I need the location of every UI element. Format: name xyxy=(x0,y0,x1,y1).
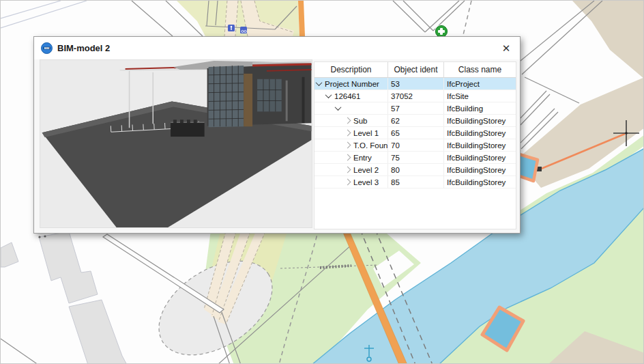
column-header-class-name[interactable]: Class name xyxy=(444,62,516,77)
pedestrian-sign-icon xyxy=(228,25,235,31)
table-body: Project Number 53 IfcProject 126461 3705… xyxy=(314,78,516,188)
table-row[interactable]: 57 IfcBuilding xyxy=(314,102,516,115)
table-row[interactable]: Project Number 53 IfcProject xyxy=(314,78,516,90)
chevron-down-icon[interactable] xyxy=(335,104,342,111)
row-description: Project Number xyxy=(325,80,379,88)
row-class-name: IfcProject xyxy=(444,78,516,89)
row-object-ident: 75 xyxy=(388,152,444,163)
row-class-name: IfcBuildingStorey xyxy=(444,127,516,139)
row-class-name: IfcBuilding xyxy=(444,102,516,114)
close-button[interactable]: ✕ xyxy=(493,37,520,59)
model-podium xyxy=(171,122,205,137)
row-class-name: IfcBuildingStorey xyxy=(444,164,516,176)
row-class-name: IfcBuildingStorey xyxy=(444,176,516,188)
model-3d-render xyxy=(40,60,312,227)
chevron-right-icon[interactable] xyxy=(345,179,351,186)
ifc-tree-table: Description Object ident Class name Proj… xyxy=(314,61,516,229)
chevron-right-icon[interactable] xyxy=(345,142,351,149)
row-description: Entry xyxy=(353,154,372,162)
row-class-name: IfcBuildingStorey xyxy=(444,115,516,126)
column-header-object-ident[interactable]: Object ident xyxy=(388,62,444,77)
table-row[interactable]: Sub 62 IfcBuildingStorey xyxy=(314,115,516,127)
row-object-ident: 85 xyxy=(388,176,444,188)
row-description: Level 3 xyxy=(353,178,379,186)
row-object-ident: 57 xyxy=(388,102,444,114)
row-description: Sub xyxy=(353,117,367,125)
row-object-ident: 80 xyxy=(388,164,444,176)
svg-text:BIM: BIM xyxy=(44,46,50,50)
table-row[interactable]: Level 1 65 IfcBuildingStorey xyxy=(314,127,516,139)
row-class-name: IfcBuildingStorey xyxy=(444,139,516,151)
row-object-ident: 62 xyxy=(388,115,444,126)
dialog-titlebar[interactable]: BIM BIM-model 2 ✕ xyxy=(34,37,520,59)
table-row[interactable]: Entry 75 IfcBuildingStorey xyxy=(314,152,516,164)
column-header-description[interactable]: Description xyxy=(314,62,388,77)
dialog-title: BIM-model 2 xyxy=(57,43,110,53)
row-object-ident: 37052 xyxy=(388,90,444,102)
row-description: Level 1 xyxy=(353,129,379,137)
bicycle-sign-icon xyxy=(240,27,247,33)
chevron-down-icon[interactable] xyxy=(325,92,332,98)
chevron-right-icon[interactable] xyxy=(345,167,351,173)
chevron-right-icon[interactable] xyxy=(345,154,351,161)
table-header: Description Object ident Class name xyxy=(314,62,516,78)
table-row[interactable]: Level 2 80 IfcBuildingStorey xyxy=(314,164,516,176)
bim-model-dialog: BIM BIM-model 2 ✕ xyxy=(33,36,521,234)
row-object-ident: 53 xyxy=(388,78,444,89)
row-object-ident: 70 xyxy=(388,139,444,151)
chevron-right-icon[interactable] xyxy=(345,130,351,137)
table-row[interactable]: Level 3 85 IfcBuildingStorey xyxy=(314,176,516,188)
row-class-name: IfcBuildingStorey xyxy=(444,152,516,163)
row-description: 126461 xyxy=(334,92,360,100)
chevron-right-icon[interactable] xyxy=(345,117,351,124)
table-row[interactable]: T.O. Found 70 IfcBuildingStorey xyxy=(314,139,516,152)
application-window: BIM BIM-model 2 ✕ xyxy=(0,0,644,364)
row-class-name: IfcSite xyxy=(444,90,516,102)
row-description: Level 2 xyxy=(353,166,379,174)
model-3d-viewport[interactable] xyxy=(40,59,312,228)
table-row[interactable]: 126461 37052 IfcSite xyxy=(314,90,516,102)
row-description: T.O. Found xyxy=(353,141,388,150)
chevron-down-icon[interactable] xyxy=(316,79,323,86)
row-object-ident: 65 xyxy=(388,127,444,139)
bim-logo-icon: BIM xyxy=(41,42,53,54)
